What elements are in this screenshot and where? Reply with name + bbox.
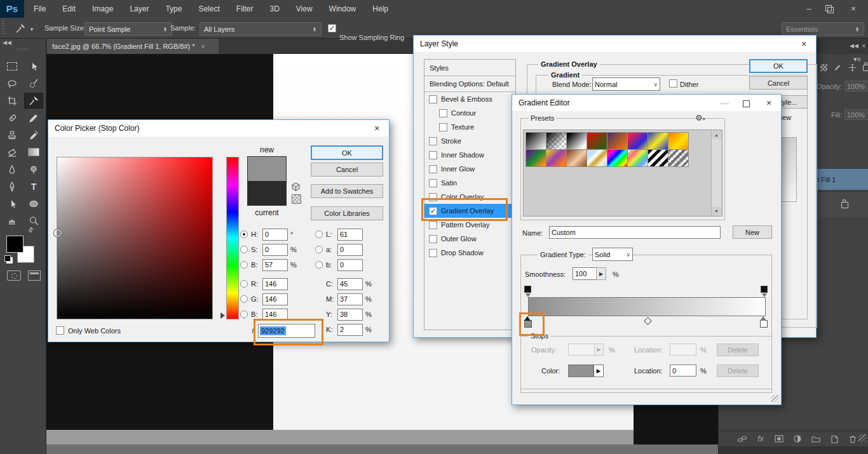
hand-tool[interactable] bbox=[3, 213, 22, 229]
checkbox[interactable] bbox=[429, 193, 437, 201]
layer-style-item-contour[interactable]: Contour bbox=[424, 106, 515, 120]
menu-image[interactable]: Image bbox=[84, 0, 121, 18]
color-stop-right[interactable] bbox=[760, 320, 768, 328]
field-input-k[interactable]: 2 bbox=[337, 324, 363, 336]
layer-style-item-color-overlay[interactable]: Color Overlay bbox=[424, 190, 515, 204]
gradient-preset-violet-green-orange[interactable] bbox=[526, 149, 546, 167]
gradient-preset-foreground-to-transparent[interactable] bbox=[546, 132, 567, 150]
layer-style-item-inner-shadow[interactable]: Inner Shadow bbox=[424, 148, 515, 162]
menu-select[interactable]: Select bbox=[190, 0, 227, 18]
field-input-b[interactable]: 146 bbox=[262, 309, 288, 321]
gamut-warning-cube-icon[interactable] bbox=[291, 182, 301, 193]
hue-slider-left-arrow[interactable] bbox=[220, 312, 225, 319]
checkbox[interactable] bbox=[429, 95, 437, 103]
layer-effects-icon[interactable]: fx bbox=[754, 433, 768, 444]
type-tool[interactable]: T bbox=[24, 178, 43, 194]
gradient-preset-neutral-density[interactable] bbox=[668, 149, 689, 167]
opacity-stop-left[interactable] bbox=[524, 286, 531, 293]
maximize-icon[interactable] bbox=[735, 95, 757, 111]
foreground-color-swatch[interactable] bbox=[6, 236, 24, 253]
panel-menu-icon[interactable]: ▾≡ bbox=[853, 55, 861, 63]
gradient-preset-orange-yellow-orange[interactable] bbox=[668, 132, 689, 150]
tool-preset-arrow-icon[interactable]: ▼ bbox=[29, 27, 34, 32]
default-colors-icon[interactable] bbox=[4, 255, 11, 262]
sample-size-dropdown[interactable]: Point Sample ▲▼ bbox=[85, 22, 172, 36]
cancel-button[interactable]: Cancel bbox=[311, 163, 383, 177]
checkbox[interactable] bbox=[439, 123, 447, 131]
checkbox[interactable] bbox=[429, 207, 437, 215]
rectangular-marquee-tool[interactable] bbox=[3, 58, 22, 74]
dither-checkbox[interactable] bbox=[669, 79, 677, 88]
sample-dropdown[interactable]: All Layers ▲▼ bbox=[200, 22, 322, 36]
pen-tool[interactable] bbox=[3, 178, 22, 194]
close-icon[interactable]: × bbox=[758, 95, 780, 111]
gradient-preset-yellow-violet-orange[interactable] bbox=[546, 149, 567, 167]
layer-style-item-drop-shadow[interactable]: Drop Shadow bbox=[424, 246, 515, 260]
checkbox[interactable] bbox=[439, 109, 447, 117]
field-input-m[interactable]: 37 bbox=[337, 293, 363, 305]
field-input-g[interactable]: 146 bbox=[262, 293, 288, 305]
layer-group-icon[interactable] bbox=[809, 433, 823, 444]
gradient-preset-red-green[interactable] bbox=[587, 132, 607, 150]
menu-filter[interactable]: Filter bbox=[228, 0, 262, 18]
field-input-s[interactable]: 0 bbox=[262, 244, 288, 256]
checkbox[interactable] bbox=[429, 165, 437, 173]
clone-stamp-tool[interactable] bbox=[3, 127, 22, 143]
checkbox[interactable] bbox=[429, 179, 437, 187]
field-input-c[interactable]: 45 bbox=[337, 278, 363, 290]
gradient-preset-black-white[interactable] bbox=[566, 132, 587, 150]
stop-location-input[interactable]: 0 bbox=[670, 364, 696, 377]
field-input-b[interactable]: 57 bbox=[262, 259, 288, 271]
toolbar-grip[interactable] bbox=[17, 48, 29, 50]
checkbox[interactable] bbox=[429, 249, 437, 257]
radio-a[interactable] bbox=[315, 246, 323, 253]
radio-b[interactable] bbox=[240, 261, 248, 269]
gradient-tool[interactable] bbox=[24, 144, 43, 160]
radio-g[interactable] bbox=[240, 295, 248, 303]
gamut-swatch-icon[interactable] bbox=[292, 194, 301, 204]
lock-image-pixels-icon[interactable] bbox=[834, 63, 842, 72]
gradient-preset-foreground-to-background[interactable] bbox=[526, 132, 546, 150]
window-close-button[interactable]: × bbox=[844, 0, 863, 18]
spot-healing-brush-tool[interactable] bbox=[3, 110, 22, 126]
blend-mode-dropdown[interactable]: Normal ∨ bbox=[592, 77, 660, 91]
gradient-preset-chrome[interactable] bbox=[587, 149, 607, 167]
gradient-bar[interactable] bbox=[528, 297, 766, 316]
stop-color-arrow-button[interactable]: ▶ bbox=[593, 364, 604, 377]
layer-style-item-outer-glow[interactable]: Outer Glow bbox=[424, 232, 515, 246]
field-input-h[interactable]: 0 bbox=[262, 229, 288, 241]
scroll-up-icon[interactable]: ▲ bbox=[712, 131, 721, 139]
document-tab[interactable]: face2.jpg @ 66.7% (Gradient Fill 1, RGB/… bbox=[47, 38, 219, 54]
menu-window[interactable]: Window bbox=[321, 0, 365, 18]
checkbox[interactable] bbox=[429, 221, 437, 229]
fill-dropdown[interactable]: 100%▼ bbox=[844, 109, 868, 120]
panel-resize-grip[interactable] bbox=[858, 434, 866, 442]
gradient-type-dropdown[interactable]: Solid ∨ bbox=[592, 248, 633, 261]
delete-layer-icon[interactable] bbox=[846, 433, 860, 444]
eraser-tool[interactable] bbox=[3, 144, 22, 160]
hue-slider[interactable] bbox=[226, 157, 239, 319]
menu-type[interactable]: Type bbox=[157, 0, 190, 18]
new-button[interactable]: New bbox=[733, 225, 772, 239]
smoothness-spinner[interactable]: ▶ bbox=[596, 267, 606, 280]
window-minimize-button[interactable]: – bbox=[799, 0, 818, 18]
layer-style-item-gradient-overlay[interactable]: Gradient Overlay bbox=[424, 204, 515, 218]
add-layer-mask-icon[interactable] bbox=[772, 433, 786, 444]
link-layers-icon[interactable] bbox=[735, 433, 749, 444]
gradient-preset-blue-red-yellow[interactable] bbox=[627, 132, 648, 150]
dodge-tool[interactable] bbox=[24, 161, 43, 177]
layer-style-item-inner-glow[interactable]: Inner Glow bbox=[424, 162, 515, 176]
presets-scrollbar[interactable]: ▲ ▼ bbox=[711, 131, 721, 215]
menu-view[interactable]: View bbox=[288, 0, 321, 18]
brush-tool[interactable] bbox=[24, 110, 43, 126]
opacity-stop-right[interactable] bbox=[761, 286, 768, 293]
radio-b[interactable] bbox=[315, 261, 323, 269]
scroll-down-icon[interactable]: ▼ bbox=[712, 207, 721, 215]
eyedropper-tool[interactable] bbox=[24, 93, 43, 109]
menu-edit[interactable]: Edit bbox=[54, 0, 84, 18]
blending-options-item[interactable]: Blending Options: Default bbox=[424, 76, 515, 92]
path-selection-tool[interactable] bbox=[3, 196, 22, 211]
close-panel-icon[interactable]: × bbox=[862, 42, 865, 50]
layer-style-item-satin[interactable]: Satin bbox=[424, 176, 515, 190]
gradient-preset-copper[interactable] bbox=[566, 149, 587, 167]
